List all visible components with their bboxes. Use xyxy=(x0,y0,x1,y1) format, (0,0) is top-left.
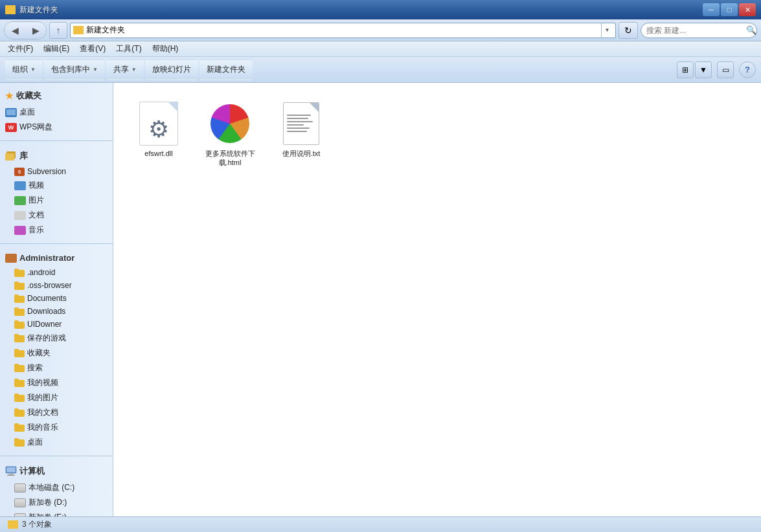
sidebar-item-subversion[interactable]: S Subversion xyxy=(0,165,113,178)
sidebar-item-new-d[interactable]: 新加卷 (D:) xyxy=(0,495,113,510)
sidebar-item-android[interactable]: .android xyxy=(0,266,113,279)
search-folder-icon xyxy=(14,364,25,372)
star-icon: ★ xyxy=(5,91,14,101)
txt-file-icon xyxy=(278,101,324,146)
saved-games-label: 保存的游戏 xyxy=(27,333,66,344)
content-area: ⚙ efswrt.dll 更多系统软件下载.html xyxy=(113,83,761,516)
include-lib-button[interactable]: 包含到库中 ▼ xyxy=(44,60,105,80)
organize-button[interactable]: 组织 ▼ xyxy=(5,60,43,80)
txt-line-3 xyxy=(287,121,313,122)
new-d-drive-icon xyxy=(14,498,26,507)
sidebar-item-desktop[interactable]: 桌面 xyxy=(0,105,113,120)
include-lib-arrow: ▼ xyxy=(93,67,98,72)
search-icon[interactable]: 🔍 xyxy=(746,25,756,35)
sidebar-item-photo[interactable]: 图片 xyxy=(0,193,113,208)
divider-2 xyxy=(0,243,113,244)
sidebar-item-uidowner[interactable]: UIDowner xyxy=(0,318,113,331)
sidebar-computer-header[interactable]: 计算机 xyxy=(0,462,113,480)
refresh-button[interactable]: ↻ xyxy=(619,22,638,39)
toolbar: 组织 ▼ 包含到库中 ▼ 共享 ▼ 放映幻灯片 新建文件夹 ⊞ ▼ ▭ ? xyxy=(0,57,761,83)
new-e-label: 新加卷 (E:) xyxy=(28,512,67,516)
address-folder-icon xyxy=(73,26,84,34)
divider-1 xyxy=(0,140,113,141)
minimize-button[interactable]: ─ xyxy=(703,3,720,16)
local-c-drive-icon xyxy=(14,483,26,493)
sidebar-item-doc[interactable]: 文档 xyxy=(0,208,113,223)
menu-help[interactable]: 帮助(H) xyxy=(147,42,184,56)
share-arrow: ▼ xyxy=(131,67,137,72)
admin-section: Administrator .android .oss-browser Docu… xyxy=(0,246,113,454)
html-circle-icon xyxy=(210,104,249,143)
title-bar-controls: ─ □ ✕ xyxy=(703,3,756,16)
sidebar-item-local-c[interactable]: 本地磁盘 (C:) xyxy=(0,480,113,495)
menu-edit[interactable]: 编辑(E) xyxy=(38,42,74,56)
sidebar-item-documents[interactable]: Documents xyxy=(0,292,113,305)
status-bar-left: 3 个对象 xyxy=(8,519,52,530)
svg-rect-1 xyxy=(6,467,16,472)
share-button[interactable]: 共享 ▼ xyxy=(106,60,144,80)
sidebar-admin-header[interactable]: Administrator xyxy=(0,250,113,266)
sidebar-item-oss[interactable]: .oss-browser xyxy=(0,279,113,292)
view-list-btn[interactable]: ▼ xyxy=(695,61,712,78)
address-dropdown[interactable]: ▼ xyxy=(601,23,613,38)
sidebar-item-favorites2[interactable]: 收藏夹 xyxy=(0,346,113,360)
sidebar-item-my-doc[interactable]: 我的文档 xyxy=(0,405,113,420)
my-music-folder-icon xyxy=(14,423,25,432)
share-label: 共享 xyxy=(113,64,129,75)
menu-tools[interactable]: 工具(T) xyxy=(111,42,146,56)
sidebar-item-video[interactable]: 视频 xyxy=(0,178,113,193)
oss-folder-icon xyxy=(14,282,25,290)
sidebar-item-desktop2[interactable]: 桌面 xyxy=(0,435,113,450)
sidebar-item-saved-games[interactable]: 保存的游戏 xyxy=(0,331,113,346)
sidebar-item-downloads[interactable]: Downloads xyxy=(0,305,113,318)
main-area: ★ 收藏夹 桌面 W WPS网盘 库 S Subversion xyxy=(0,83,761,516)
menu-view[interactable]: 查看(V) xyxy=(74,42,111,56)
maximize-button[interactable]: □ xyxy=(721,3,738,16)
sidebar-item-wps[interactable]: W WPS网盘 xyxy=(0,120,113,135)
file-item-html[interactable]: 更多系统软件下载.html xyxy=(198,96,262,173)
file-item-txt[interactable]: 使用说明.txt xyxy=(269,96,334,173)
address-input[interactable] xyxy=(86,26,598,35)
view-buttons: ⊞ ▼ ▭ ? xyxy=(677,61,756,78)
forward-button[interactable]: ▶ xyxy=(25,22,46,39)
include-lib-label: 包含到库中 xyxy=(51,64,90,75)
dll-file-icon: ⚙ xyxy=(136,101,181,146)
sidebar-item-my-video[interactable]: 我的视频 xyxy=(0,375,113,390)
slideshow-button[interactable]: 放映幻灯片 xyxy=(145,60,198,80)
new-folder-button[interactable]: 新建文件夹 xyxy=(199,60,253,80)
my-photo-label: 我的图片 xyxy=(27,392,58,403)
my-video-label: 我的视频 xyxy=(27,377,58,388)
sidebar-item-search[interactable]: 搜索 xyxy=(0,360,113,375)
computer-section: 计算机 本地磁盘 (C:) 新加卷 (D:) 新加卷 (E:) xyxy=(0,458,113,516)
menu-file[interactable]: 文件(F) xyxy=(3,42,38,56)
saved-games-folder-icon xyxy=(14,334,25,342)
admin-label: Administrator xyxy=(19,253,74,263)
desktop2-label: 桌面 xyxy=(27,437,43,448)
txt-line-5 xyxy=(287,127,310,129)
close-button[interactable]: ✕ xyxy=(739,3,756,16)
nav-btn-group: ◀ ▶ xyxy=(4,21,47,39)
lib-icon xyxy=(5,151,17,161)
sidebar-favorites-header[interactable]: ★ 收藏夹 xyxy=(0,87,113,105)
new-e-drive-icon xyxy=(14,513,26,517)
up-button[interactable]: ↑ xyxy=(49,22,67,39)
sidebar-item-music[interactable]: 音乐 xyxy=(0,223,113,238)
view-icon-btn[interactable]: ⊞ xyxy=(677,61,694,78)
search-input[interactable] xyxy=(646,26,744,35)
doc-label: 文档 xyxy=(28,210,44,221)
file-item-dll[interactable]: ⚙ efswrt.dll xyxy=(126,96,191,173)
preview-pane-btn[interactable]: ▭ xyxy=(717,61,734,78)
sidebar-item-my-music[interactable]: 我的音乐 xyxy=(0,420,113,435)
back-button[interactable]: ◀ xyxy=(5,22,25,39)
organize-arrow: ▼ xyxy=(30,67,36,72)
organize-label: 组织 xyxy=(12,64,28,75)
search-wrap: 🔍 xyxy=(641,23,757,38)
sidebar-item-my-photo[interactable]: 我的图片 xyxy=(0,390,113,405)
wps-icon: W xyxy=(5,123,17,132)
doc-icon xyxy=(14,211,26,220)
txt-doc-bg xyxy=(283,102,319,145)
svg-rect-3 xyxy=(7,475,15,476)
sidebar-lib-header[interactable]: 库 xyxy=(0,147,113,165)
help-button[interactable]: ? xyxy=(739,61,756,78)
sidebar-item-new-e[interactable]: 新加卷 (E:) xyxy=(0,510,113,516)
